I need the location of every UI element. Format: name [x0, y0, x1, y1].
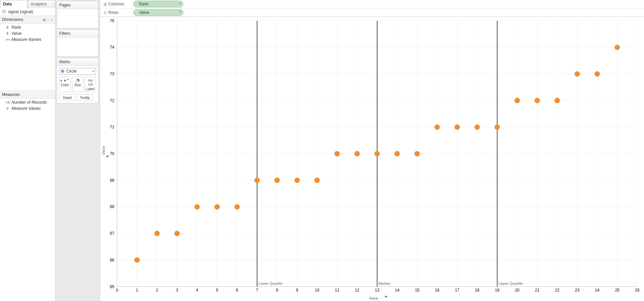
y-tick: 75 — [110, 19, 115, 23]
x-tick: 8 — [276, 288, 278, 293]
mark-type-select[interactable]: Circle — [59, 68, 96, 75]
x-tick: 1 — [136, 288, 138, 293]
y-tick: 70 — [110, 151, 115, 156]
data-point[interactable] — [335, 151, 340, 156]
x-tick: 3 — [176, 288, 178, 293]
color-icon: ● — [60, 78, 70, 82]
columns-label: Columns — [108, 2, 124, 6]
datasource-name: signal (signal) — [8, 9, 33, 14]
x-tick: 19 — [495, 288, 500, 293]
mark-color-button[interactable]: ● Color — [59, 77, 71, 92]
field-number-of-records[interactable]: =#Number of Records — [0, 99, 55, 105]
mark-color-label: Color — [61, 83, 69, 87]
y-tick: 71 — [110, 125, 115, 129]
data-point[interactable] — [154, 231, 160, 236]
field-rank[interactable]: #Rank — [0, 24, 55, 30]
data-point[interactable] — [495, 124, 500, 130]
data-point[interactable] — [475, 124, 480, 130]
mark-detail-button[interactable]: Detail — [59, 94, 75, 101]
x-tick: 9 — [296, 288, 298, 293]
data-point[interactable] — [134, 257, 140, 263]
data-point[interactable] — [354, 151, 360, 156]
svg-point-0 — [2, 10, 5, 11]
data-point[interactable] — [595, 71, 600, 77]
circle-icon — [61, 70, 64, 73]
tab-reset-icon[interactable]: ○ — [51, 2, 53, 5]
dimensions-tools[interactable]: ▦ ⌕ ▾ — [43, 18, 53, 22]
rows-icon: ☰ — [104, 10, 107, 15]
y-tick: 72 — [110, 98, 115, 103]
pages-card[interactable]: Pages — [57, 1, 98, 28]
hash-icon: # — [5, 31, 9, 35]
data-point[interactable] — [394, 151, 400, 156]
x-tick: 14 — [395, 288, 399, 293]
x-tick: 2 — [156, 288, 158, 293]
mark-label-button[interactable]: Abc123 Label — [85, 77, 96, 92]
x-tick: 24 — [595, 288, 600, 293]
rows-label: Rows — [108, 10, 118, 15]
data-point[interactable] — [254, 178, 260, 183]
data-point[interactable] — [194, 204, 200, 209]
pin-icon — [106, 155, 109, 158]
measures-heading: Measures — [0, 91, 55, 99]
dimensions-heading: Dimensions ▦ ⌕ ▾ — [0, 16, 55, 24]
rows-pill-value[interactable]: Value — [133, 9, 183, 16]
x-tick: 18 — [475, 288, 480, 293]
marks-card: Marks Circle ● Color ◔ Size Ab — [57, 58, 98, 103]
y-tick: 74 — [110, 45, 115, 50]
mark-tooltip-label: Tooltip — [80, 96, 90, 100]
tab-analytics-label: Analytics — [31, 2, 47, 6]
hash-icon: # — [5, 25, 9, 29]
x-tick: 23 — [575, 288, 580, 293]
mark-size-button[interactable]: ◔ Size — [72, 77, 84, 92]
field-label: Rank — [12, 25, 21, 30]
datasource-row[interactable]: signal (signal) — [0, 8, 55, 16]
columns-shelf[interactable]: ▥ Columns Rank — [100, 0, 644, 8]
data-point[interactable] — [414, 151, 420, 156]
data-point[interactable] — [214, 204, 220, 209]
field-label: Value — [12, 31, 22, 36]
ref-label: Median — [378, 281, 391, 285]
x-tick: 7 — [256, 288, 258, 293]
measure-icon: # — [5, 106, 9, 110]
data-point[interactable] — [554, 98, 560, 103]
measure-icon: =# — [5, 100, 9, 104]
columns-pill-rank[interactable]: Rank — [133, 1, 183, 7]
y-tick: 65 — [110, 284, 115, 289]
data-point[interactable] — [615, 45, 620, 50]
field-measure-names[interactable]: AbcMeasure Names — [0, 36, 55, 43]
data-point[interactable] — [234, 204, 240, 209]
mark-label-label: Label — [86, 87, 94, 91]
field-label: Number of Records — [12, 100, 47, 105]
data-point[interactable] — [575, 71, 580, 77]
data-point[interactable] — [514, 98, 520, 103]
mark-tooltip-button[interactable]: Tooltip — [77, 94, 93, 101]
x-tick: 10 — [315, 288, 320, 293]
tab-analytics[interactable]: Analytics ○ — [28, 0, 55, 8]
field-value[interactable]: #Value — [0, 30, 55, 36]
label-icon: Abc123 — [86, 78, 95, 86]
columns-icon: ▥ — [104, 2, 107, 6]
data-point[interactable] — [174, 231, 180, 236]
x-tick: 17 — [455, 288, 460, 293]
rows-shelf[interactable]: ☰ Rows Value — [100, 8, 644, 17]
data-point[interactable] — [455, 124, 460, 130]
chart-area[interactable]: Lower QuartileMedianUpper Quartile012345… — [100, 17, 644, 301]
field-measure-values[interactable]: #Measure Values — [0, 105, 55, 111]
mark-detail-label: Detail — [63, 96, 72, 100]
pages-card-title: Pages — [57, 1, 98, 9]
data-point[interactable] — [374, 151, 380, 156]
filters-card[interactable]: Filters — [57, 29, 98, 57]
x-tick: 16 — [435, 288, 440, 293]
x-tick: 13 — [375, 288, 380, 293]
tab-data[interactable]: Data — [0, 0, 28, 8]
y-tick: 73 — [110, 72, 115, 76]
data-point[interactable] — [534, 98, 540, 103]
data-point[interactable] — [434, 124, 440, 130]
data-point[interactable] — [315, 178, 320, 183]
data-point[interactable] — [294, 178, 300, 183]
dimensions-heading-text: Dimensions — [2, 17, 23, 22]
x-tick: 20 — [515, 288, 520, 293]
data-point[interactable] — [274, 178, 280, 183]
x-tick: 5 — [216, 288, 218, 293]
